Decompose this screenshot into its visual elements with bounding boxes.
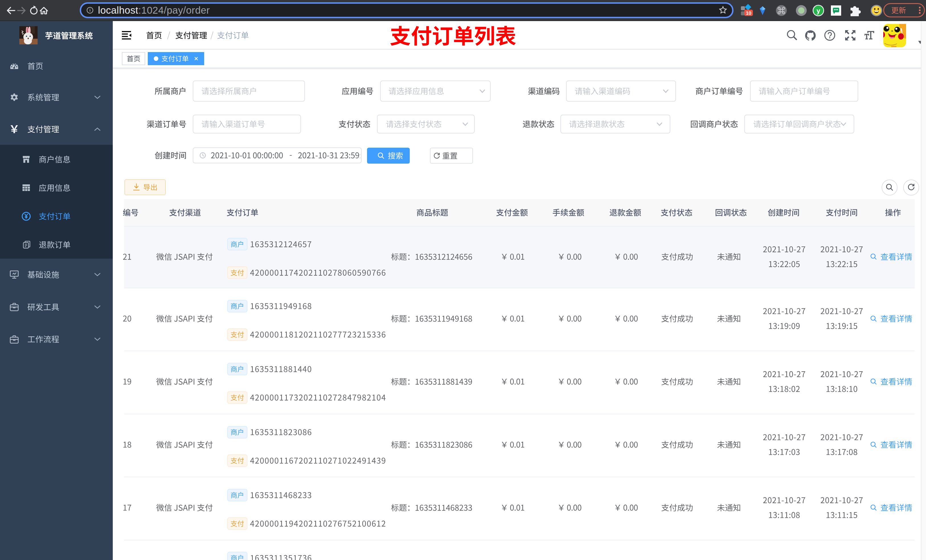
svg-text:y: y	[817, 7, 820, 15]
svg-text:10: 10	[746, 11, 752, 16]
